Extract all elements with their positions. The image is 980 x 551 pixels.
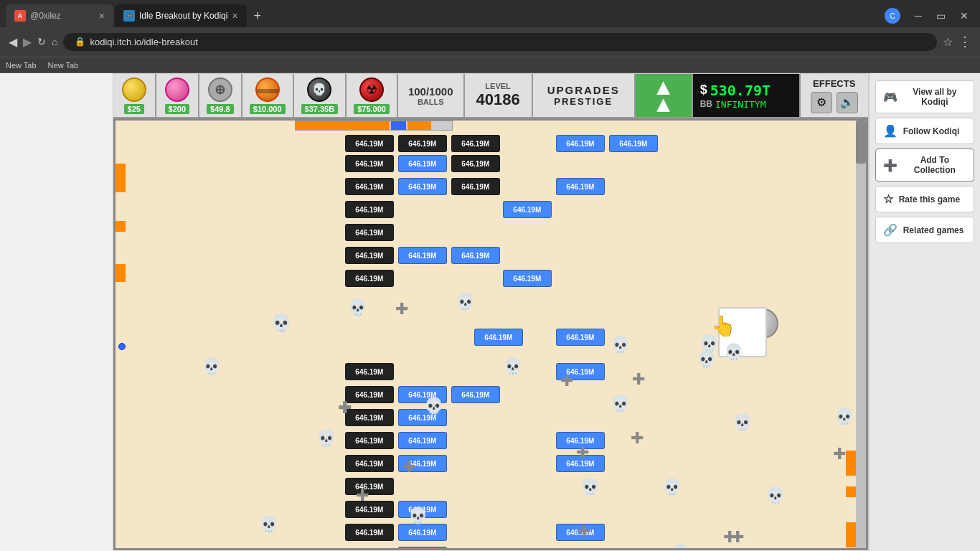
tab-1[interactable]: A @0xilez ×: [6, 4, 113, 27]
bookmark-button[interactable]: ☆: [943, 35, 953, 49]
brick-blue-7: 646.19M: [556, 135, 605, 152]
view-all-icon: 🎮: [883, 90, 897, 104]
plus-14: ✚: [833, 445, 846, 463]
brick-dark-4: 646.19M: [345, 155, 394, 172]
brick-dark-11: 646.19M: [345, 270, 394, 287]
plus-13: ✚: [731, 528, 744, 547]
plus-6: ✚: [578, 522, 590, 541]
restore-button[interactable]: ▭: [930, 9, 951, 23]
skull-6: 💀: [611, 336, 630, 354]
brick-dark-1: 646.19M: [345, 135, 394, 152]
ball-nuclear-cost: $75.000: [354, 104, 390, 114]
brick-blue-9: 646.19M: [556, 178, 605, 195]
ball-nuclear[interactable]: ☢ $75.000: [347, 74, 398, 117]
right-marker-bot: [846, 522, 856, 547]
plus-7: ✚: [576, 443, 589, 462]
skull-18: 💀: [765, 486, 785, 505]
brick-blue-8: 646.19M: [609, 135, 658, 152]
skull-16: 💀: [259, 515, 278, 534]
close-button[interactable]: ✕: [954, 9, 974, 23]
follow-icon: 👤: [883, 124, 897, 138]
plus-11: ✚: [356, 486, 369, 505]
arrow-up-button[interactable]: ▲▲: [636, 74, 693, 117]
new-tab-link[interactable]: New Tab: [48, 61, 79, 70]
rate-game-button[interactable]: ☆ Rate this game: [875, 186, 974, 212]
effects-sound-button[interactable]: 🔊: [837, 92, 858, 113]
brick-blue-23: 646.19M: [398, 547, 447, 550]
brick-blue-10: 646.19M: [474, 329, 523, 346]
brick-dark-9: 646.19M: [345, 224, 394, 241]
plus-5: ✚: [631, 429, 644, 448]
brick-blue-11: 646.19M: [556, 329, 605, 346]
ball-counter: 100/1000 BALLS: [398, 74, 465, 117]
forward-button[interactable]: ▶: [23, 35, 32, 49]
ball-skull[interactable]: 💀 $37.35B: [294, 74, 347, 117]
view-all-button[interactable]: 🎮 View all by Kodiqi: [875, 80, 974, 113]
skull-8: 💀: [697, 350, 716, 369]
back-button[interactable]: ◀: [9, 35, 17, 49]
upgrades-prestige-button[interactable]: UPGRADES PRESTIGE: [533, 74, 636, 117]
left-marker-mid: [116, 221, 126, 232]
plus-2: ✚: [395, 300, 408, 319]
lock-icon: 🔒: [75, 37, 85, 47]
page-content: $25 $200 ⊕ $49.8 $10.000 💀: [0, 73, 980, 551]
follow-button[interactable]: 👤 Follow Kodiqi: [875, 118, 974, 144]
brick-dark-6: 646.19M: [345, 178, 394, 195]
new-tab-button[interactable]: +: [248, 6, 268, 27]
effects-settings-button[interactable]: ⚙: [811, 92, 832, 113]
brick-dark-16: 646.19M: [345, 455, 394, 472]
progress-area: [295, 121, 453, 131]
game-container: $25 $200 ⊕ $49.8 $10.000 💀: [113, 73, 869, 551]
chrome-icon: C: [885, 8, 900, 24]
menu-button[interactable]: ⋮: [958, 34, 971, 50]
brick-blue-2: 646.19M: [398, 178, 447, 195]
home-button[interactable]: ⌂: [52, 36, 57, 47]
tab1-close[interactable]: ×: [99, 10, 105, 22]
brick-blue-6: 646.19M: [503, 270, 552, 287]
money-value: 530.79T: [710, 82, 771, 99]
brick-dark-19: 646.19M: [345, 524, 394, 541]
brick-dark-15: 646.19M: [345, 432, 394, 449]
skull-13: 💀: [834, 408, 854, 426]
rate-icon: ☆: [883, 192, 893, 206]
ball-pink[interactable]: $200: [156, 74, 199, 117]
ball-plus-circle: ⊕: [208, 77, 232, 102]
related-games-button[interactable]: 🔗 Related games: [875, 217, 974, 243]
brick-dark-8: 646.19M: [345, 201, 394, 218]
tab1-favicon: A: [14, 10, 26, 22]
tab-bar: A @0xilez × 🎮 Idle Breakout by Kodiqi × …: [0, 0, 980, 27]
reload-button[interactable]: ↻: [37, 36, 46, 47]
skull-4: 💀: [202, 357, 221, 376]
brick-dark-18: 646.19M: [345, 501, 394, 518]
ball-plus[interactable]: ⊕ $49.8: [199, 74, 242, 117]
minimize-button[interactable]: ─: [909, 9, 928, 23]
scroll-thumb[interactable]: [856, 121, 866, 164]
plus-12: ✚: [402, 458, 415, 476]
upgrades-label: UPGRADES: [547, 84, 620, 96]
scroll-track: [856, 121, 866, 548]
rate-label: Rate this game: [899, 194, 960, 204]
add-collection-button[interactable]: ➕ Add To Collection: [875, 149, 974, 182]
skull-19: 💀: [671, 544, 690, 550]
follow-label: Follow Kodiqi: [903, 126, 960, 136]
ball-basic[interactable]: $25: [113, 74, 156, 117]
skull-2: 💀: [348, 298, 367, 317]
fav-bar-row: New Tab New Tab: [0, 57, 980, 73]
balls-label: BALLS: [418, 98, 444, 106]
ball-pink-circle: [165, 77, 189, 102]
url-text: kodiqi.itch.io/idle-breakout: [90, 37, 197, 47]
sidebar: 🎮 View all by Kodiqi 👤 Follow Kodiqi ➕ A…: [869, 73, 980, 551]
skull-10: 💀: [611, 395, 630, 413]
brick-blue-5: 646.19M: [451, 247, 500, 264]
game-play-area[interactable]: 646.19M 646.19M 646.19M 646.19M 646.19M …: [113, 118, 868, 550]
history-link[interactable]: New Tab: [6, 61, 37, 70]
url-bar[interactable]: 🔒 kodiqi.itch.io/idle-breakout: [63, 33, 937, 51]
ball-moving-1: [118, 343, 126, 350]
bb-label: BB: [700, 99, 712, 109]
tab-2-active[interactable]: 🎮 Idle Breakout by Kodiqi ×: [115, 4, 247, 27]
ball-striped[interactable]: $10.000: [242, 74, 294, 117]
brick-blue-16: 646.19M: [398, 432, 447, 449]
money-currency: INFINITYM: [715, 99, 765, 110]
tab2-close[interactable]: ×: [232, 10, 237, 22]
brick-dark-17: 646.19M: [345, 478, 394, 495]
